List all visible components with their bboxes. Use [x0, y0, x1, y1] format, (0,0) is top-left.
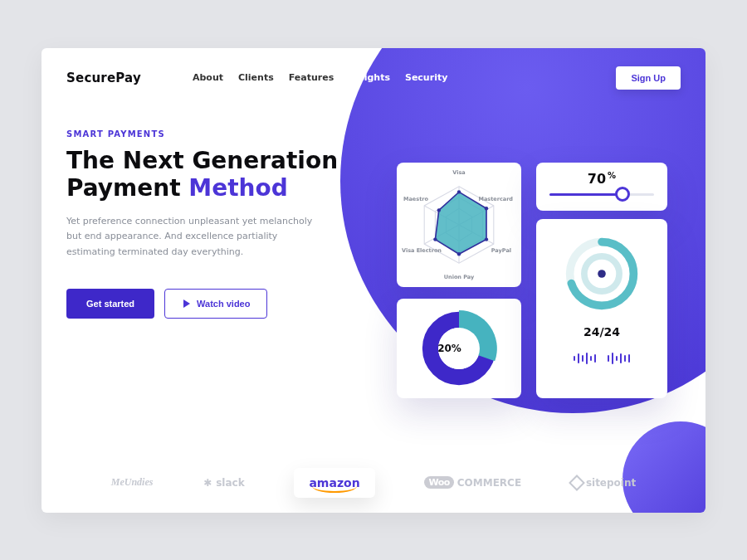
slider-number: 70: [588, 171, 606, 187]
landing-page: SecurePay About Clients Features Insight…: [42, 48, 706, 513]
brand-logo: SecurePay: [66, 71, 141, 85]
logo-slack: ✱ slack: [203, 477, 244, 489]
hero-background-blob-small: [622, 421, 706, 513]
hero-headline: The Next Generation Payment Method: [66, 147, 374, 202]
slack-label: slack: [216, 477, 244, 489]
svg-point-10: [457, 252, 461, 256]
get-started-button[interactable]: Get started: [66, 289, 154, 319]
radar-label-visaelectron: Visa Electron: [402, 247, 442, 254]
ring-gauge-icon: [562, 234, 642, 314]
svg-point-7: [457, 190, 461, 193]
slider-unit: %: [608, 171, 616, 180]
headline-accent: Method: [188, 174, 287, 202]
amazon-smile-icon: [312, 486, 356, 493]
radar-label-unionpay: Union Pay: [444, 274, 475, 280]
slider-value: 70%: [549, 171, 654, 187]
hero-subtext: Yet preference connection unpleasant yet…: [66, 214, 324, 261]
card-progress-slider: 70%: [536, 163, 667, 211]
nav-link-clients[interactable]: Clients: [238, 72, 274, 83]
slider-track[interactable]: [549, 193, 654, 196]
logo-woocommerce: Woo COMMERCE: [424, 476, 521, 489]
svg-point-8: [485, 207, 488, 210]
svg-point-18: [598, 270, 606, 278]
logo-amazon: amazon: [294, 468, 374, 498]
play-icon: [183, 299, 190, 308]
slider-knob[interactable]: [615, 187, 630, 202]
sitepoint-label: sitepoint: [586, 477, 636, 489]
svg-point-12: [437, 208, 441, 212]
headline-line1: The Next Generation: [66, 147, 338, 174]
watch-video-label: Watch video: [197, 299, 250, 309]
card-radar-chart: Visa Mastercard PayPal Union Pay Visa El…: [397, 163, 521, 287]
waveform-icon: [574, 350, 630, 367]
card-ring-gauge: 24/24: [536, 219, 667, 398]
cta-row: Get started Watch video: [66, 289, 374, 319]
woo-pill: Woo: [424, 476, 453, 489]
sitepoint-diamond-icon: [569, 475, 585, 491]
svg-point-11: [433, 237, 437, 241]
nav-link-features[interactable]: Features: [289, 72, 334, 83]
card-donut-chart: 20%: [397, 299, 521, 398]
radar-label-maestro: Maestro: [403, 196, 428, 202]
slider-fill: [549, 193, 622, 196]
radar-label-paypal: PayPal: [491, 247, 511, 254]
logo-strip: MeUndies ✱ slack amazon Woo COMMERCE sit…: [42, 468, 706, 498]
logo-meundies: MeUndies: [111, 476, 154, 489]
hero-eyebrow: SMART PAYMENTS: [66, 129, 374, 139]
nav-link-insights[interactable]: Insights: [349, 72, 390, 83]
radar-label-visa: Visa: [452, 169, 465, 176]
nav-link-security[interactable]: Security: [405, 72, 447, 83]
ring-value: 24/24: [583, 325, 620, 338]
top-nav: SecurePay About Clients Features Insight…: [42, 48, 706, 90]
logo-sitepoint: sitepoint: [571, 477, 636, 489]
radar-chart-icon: [413, 179, 505, 270]
radar-label-mastercard: Mastercard: [478, 196, 513, 202]
svg-point-9: [485, 237, 488, 241]
nav-links: About Clients Features Insights Security: [193, 72, 447, 83]
signup-button[interactable]: Sign Up: [616, 66, 681, 90]
watch-video-button[interactable]: Watch video: [164, 289, 267, 319]
headline-line2a: Payment: [66, 174, 188, 202]
donut-label: 20%: [437, 343, 461, 354]
hero: SMART PAYMENTS The Next Generation Payme…: [42, 90, 398, 319]
slack-icon: ✱: [203, 478, 212, 488]
woo-commerce-label: COMMERCE: [457, 477, 521, 489]
nav-link-about[interactable]: About: [193, 72, 223, 83]
